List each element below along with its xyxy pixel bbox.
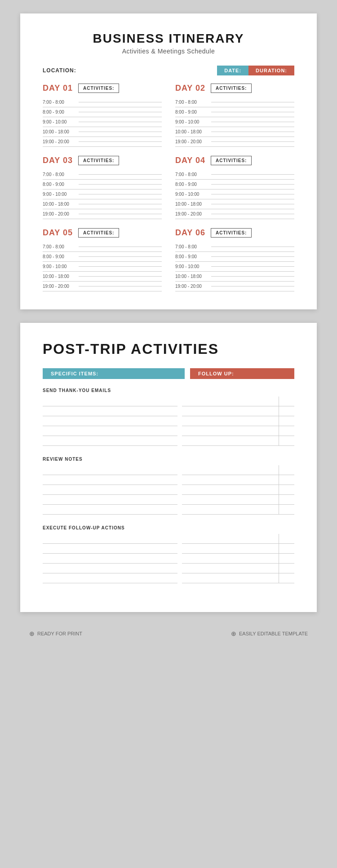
day-label-day01: DAY 01: [43, 84, 73, 93]
day-label-day02: DAY 02: [175, 84, 205, 93]
time-line: [79, 286, 162, 286]
left-line-item: [43, 544, 177, 554]
activities-box-day05: ACTIVITIES:: [78, 228, 119, 238]
time-text: 9:00 - 10:00: [43, 192, 75, 197]
time-text: 7:00 - 8:00: [175, 100, 208, 105]
post-section-title-section1: SEND THANK-YOU EMAILS: [43, 388, 294, 393]
edit-icon: ⊕: [231, 630, 236, 637]
left-line-item: [43, 485, 177, 495]
day-label-day06: DAY 06: [175, 228, 205, 238]
page1-subtitle: Activities & Meetings Schedule: [43, 48, 294, 55]
time-item: 10:00 - 18:00: [175, 199, 294, 209]
right-lines-section3: [182, 534, 294, 583]
day-block-day04: DAY 04ACTIVITIES:7:00 - 8:008:00 - 9:009…: [175, 156, 294, 219]
time-item: 19:00 - 20:00: [43, 137, 162, 147]
right-line-item: [182, 465, 279, 475]
page1-main-title: BUSINESS ITINERARY: [43, 31, 294, 46]
time-line: [79, 276, 162, 277]
post-section-title-section2: REVIEW NOTES: [43, 457, 294, 462]
time-item: 7:00 - 8:00: [43, 170, 162, 180]
time-text: 7:00 - 8:00: [43, 244, 75, 249]
right-side: [279, 397, 294, 446]
post-section-section3: EXECUTE FOLLOW-UP ACTIONS: [43, 525, 294, 583]
time-line: [79, 266, 162, 267]
right-line-item: [182, 426, 279, 436]
time-item: 8:00 - 9:00: [43, 252, 162, 262]
left-line-item: [43, 505, 177, 515]
right-side-line-item: [279, 505, 294, 515]
time-line: [211, 247, 294, 247]
right-side: [279, 465, 294, 515]
time-text: 7:00 - 8:00: [43, 100, 75, 105]
time-line: [79, 204, 162, 204]
right-side-line-item: [279, 544, 294, 554]
right-line-item: [182, 495, 279, 505]
time-item: 7:00 - 8:00: [175, 242, 294, 252]
day-block-day03: DAY 03ACTIVITIES:7:00 - 8:008:00 - 9:009…: [43, 156, 162, 219]
page-2: POST-TRIP ACTIVITIES SPECIFIC ITEMS: FOL…: [20, 323, 317, 612]
day-block-day06: DAY 06ACTIVITIES:7:00 - 8:008:00 - 9:009…: [175, 228, 294, 291]
footer-left-label: READY FOR PRINT: [37, 631, 82, 636]
footer-right-label: EASILY EDITABLE TEMPLATE: [239, 631, 308, 636]
page-1: BUSINESS ITINERARY Activities & Meetings…: [20, 13, 317, 309]
time-list-day06: 7:00 - 8:008:00 - 9:009:00 - 10:0010:00 …: [175, 242, 294, 291]
time-text: 8:00 - 9:00: [175, 182, 208, 187]
time-item: 19:00 - 20:00: [175, 209, 294, 219]
time-text: 9:00 - 10:00: [175, 119, 208, 124]
day-header-day03: DAY 03ACTIVITIES:: [43, 156, 162, 165]
time-list-day02: 7:00 - 8:008:00 - 9:009:00 - 10:0010:00 …: [175, 97, 294, 147]
post-labels-row: SPECIFIC ITEMS: FOLLOW UP:: [43, 368, 294, 379]
specific-items-label: SPECIFIC ITEMS:: [43, 368, 185, 379]
time-list-day01: 7:00 - 8:008:00 - 9:009:00 - 10:0010:00 …: [43, 97, 162, 147]
right-side-line-item: [279, 485, 294, 495]
time-item: 19:00 - 20:00: [43, 209, 162, 219]
post-section-section1: SEND THANK-YOU EMAILS: [43, 388, 294, 446]
right-line-item: [182, 505, 279, 515]
time-item: 9:00 - 10:00: [175, 189, 294, 199]
time-list-day04: 7:00 - 8:008:00 - 9:009:00 - 10:0010:00 …: [175, 170, 294, 219]
time-line: [79, 112, 162, 112]
location-label: LOCATION:: [43, 67, 92, 74]
time-item: 9:00 - 10:00: [175, 117, 294, 127]
time-line: [79, 174, 162, 175]
time-text: 9:00 - 10:00: [43, 264, 75, 269]
activities-box-day04: ACTIVITIES:: [211, 156, 252, 165]
right-line-item: [182, 416, 279, 426]
right-lines-inner: [182, 465, 294, 515]
activities-box-day06: ACTIVITIES:: [211, 228, 252, 238]
post-rows-section1: [43, 397, 294, 446]
left-line-item: [43, 426, 177, 436]
day-header-day06: DAY 06ACTIVITIES:: [175, 228, 294, 238]
time-item: 10:00 - 18:00: [43, 127, 162, 137]
right-side-line-item: [279, 426, 294, 436]
time-text: 8:00 - 9:00: [43, 182, 75, 187]
time-item: 19:00 - 20:00: [175, 137, 294, 147]
right-line-item: [182, 397, 279, 406]
right-side-line-item: [279, 465, 294, 475]
post-sections: SEND THANK-YOU EMAILSREVIEW NOTESEXECUTE…: [43, 388, 294, 583]
time-text: 10:00 - 18:00: [175, 274, 208, 279]
day-label-day05: DAY 05: [43, 228, 73, 238]
time-line: [211, 102, 294, 102]
post-section-title-section3: EXECUTE FOLLOW-UP ACTIONS: [43, 525, 294, 530]
right-line-item: [182, 406, 279, 416]
right-side-line-item: [279, 475, 294, 485]
right-line-item: [182, 485, 279, 495]
day-header-day05: DAY 05ACTIVITIES:: [43, 228, 162, 238]
time-item: 7:00 - 8:00: [43, 242, 162, 252]
right-line-item: [182, 544, 279, 554]
post-rows-section3: [43, 534, 294, 583]
time-item: 10:00 - 18:00: [43, 199, 162, 209]
time-line: [79, 141, 162, 142]
time-item: 8:00 - 9:00: [43, 180, 162, 189]
time-text: 19:00 - 20:00: [43, 211, 75, 216]
time-line: [211, 266, 294, 267]
time-text: 9:00 - 10:00: [175, 192, 208, 197]
time-line: [79, 132, 162, 132]
time-text: 8:00 - 9:00: [43, 110, 75, 115]
time-item: 9:00 - 10:00: [43, 117, 162, 127]
time-item: 7:00 - 8:00: [175, 97, 294, 107]
time-text: 7:00 - 8:00: [43, 172, 75, 177]
print-icon: ⊕: [29, 630, 35, 637]
time-item: 10:00 - 18:00: [43, 272, 162, 282]
